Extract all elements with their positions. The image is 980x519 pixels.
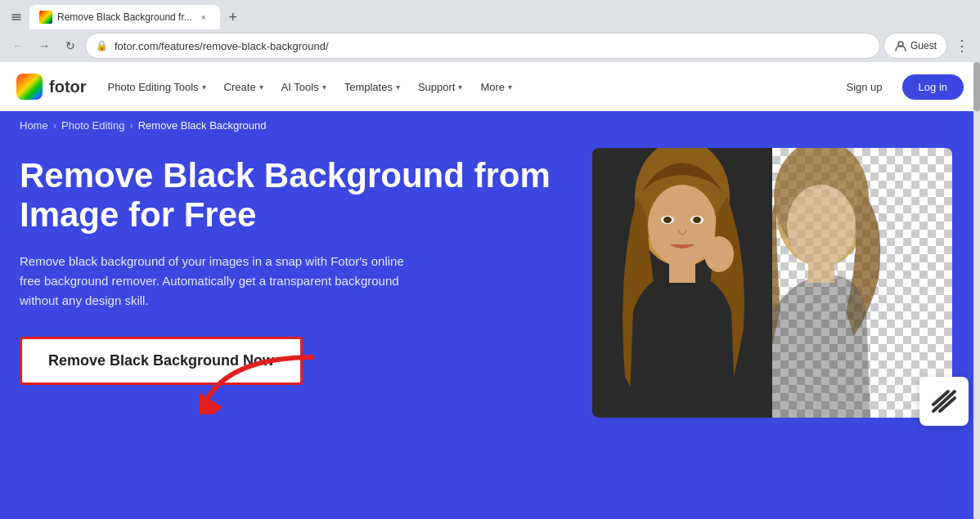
refresh-button[interactable]: ↻ xyxy=(59,34,82,57)
forward-button[interactable]: → xyxy=(33,34,56,57)
chevron-down-icon: ▾ xyxy=(458,83,462,92)
chevron-down-icon: ▾ xyxy=(508,83,512,92)
image-dark-half xyxy=(592,148,772,418)
tab-bar: Remove Black Background fr... × + xyxy=(0,0,980,29)
scrollbar[interactable] xyxy=(973,62,980,519)
chevron-down-icon: ▾ xyxy=(259,83,263,92)
logo-icon xyxy=(16,74,43,100)
scrollbar-thumb[interactable] xyxy=(973,62,980,111)
nav-actions: Sign up Log in xyxy=(833,74,964,100)
hero-description: Remove black background of your images i… xyxy=(20,252,412,311)
site-logo[interactable]: fotor xyxy=(16,74,87,100)
nav-item-label: AI Tools xyxy=(281,81,319,93)
nav-item-label: Templates xyxy=(344,81,393,93)
address-bar[interactable]: 🔒 fotor.com/features/remove-black-backgr… xyxy=(85,33,880,59)
lock-icon: 🔒 xyxy=(96,40,108,51)
corner-decoration xyxy=(919,377,969,426)
nav-item-label: More xyxy=(480,81,505,93)
hero-image xyxy=(592,148,952,418)
browser-chrome: Remove Black Background fr... × + ← → ↻ … xyxy=(0,0,980,62)
guest-button[interactable]: Guest xyxy=(883,33,947,59)
svg-rect-14 xyxy=(808,262,834,283)
nav-item-more[interactable]: More ▾ xyxy=(472,76,520,98)
arrow-indicator xyxy=(200,349,330,418)
svg-rect-5 xyxy=(669,262,695,283)
back-button[interactable]: ← xyxy=(7,34,29,57)
breadcrumb-photo-editing[interactable]: Photo Editing xyxy=(61,119,124,132)
breadcrumb-home[interactable]: Home xyxy=(20,119,48,132)
tab-list-button[interactable] xyxy=(7,7,26,27)
nav-item-create[interactable]: Create ▾ xyxy=(216,76,272,98)
nav-item-support[interactable]: Support ▾ xyxy=(410,76,471,98)
breadcrumb-current: Remove Black Background xyxy=(138,119,267,132)
svg-point-10 xyxy=(704,236,734,272)
svg-point-13 xyxy=(787,185,856,266)
nav-item-label: Support xyxy=(418,81,456,93)
site-navigation: fotor Photo Editing Tools ▾ Create ▾ AI … xyxy=(0,62,980,111)
nav-item-label: Photo Editing Tools xyxy=(108,81,199,93)
svg-point-7 xyxy=(663,217,672,223)
active-tab[interactable]: Remove Black Background fr... × xyxy=(29,5,220,29)
logo-text: fotor xyxy=(49,78,87,96)
cta-container: Remove Black Background Now xyxy=(20,337,303,385)
tab-favicon xyxy=(39,11,52,24)
new-tab-button[interactable]: + xyxy=(223,7,243,27)
browser-menu-button[interactable]: ⋮ xyxy=(951,34,973,57)
nav-item-templates[interactable]: Templates ▾ xyxy=(336,76,408,98)
hero-image-bg xyxy=(592,148,952,418)
tab-close-button[interactable]: × xyxy=(197,11,210,24)
breadcrumb: Home › Photo Editing › Remove Black Back… xyxy=(0,111,980,140)
nav-items: Photo Editing Tools ▾ Create ▾ AI Tools … xyxy=(100,76,834,98)
nav-item-ai-tools[interactable]: AI Tools ▾ xyxy=(273,76,335,98)
page-title: Remove Black Background from Image for F… xyxy=(20,156,560,235)
nav-item-label: Create xyxy=(224,81,256,93)
browser-controls: ← → ↻ 🔒 fotor.com/features/remove-black-… xyxy=(0,29,980,62)
address-text: fotor.com/features/remove-black-backgrou… xyxy=(115,40,870,52)
chevron-down-icon: ▾ xyxy=(322,83,326,92)
chevron-down-icon: ▾ xyxy=(396,83,400,92)
hero-right xyxy=(592,148,960,418)
hero-section: Remove Black Background from Image for F… xyxy=(0,140,980,434)
login-button[interactable]: Log in xyxy=(902,74,964,100)
website-content: fotor Photo Editing Tools ▾ Create ▾ AI … xyxy=(0,62,980,519)
chevron-down-icon: ▾ xyxy=(202,83,206,92)
guest-label: Guest xyxy=(910,40,937,51)
signup-button[interactable]: Sign up xyxy=(833,74,895,100)
nav-item-photo-editing-tools[interactable]: Photo Editing Tools ▾ xyxy=(100,76,214,98)
svg-point-9 xyxy=(693,217,701,223)
breadcrumb-separator: › xyxy=(129,119,133,132)
breadcrumb-separator: › xyxy=(53,119,56,132)
hero-left: Remove Black Background from Image for F… xyxy=(20,148,560,385)
tab-title: Remove Black Background fr... xyxy=(57,11,192,23)
